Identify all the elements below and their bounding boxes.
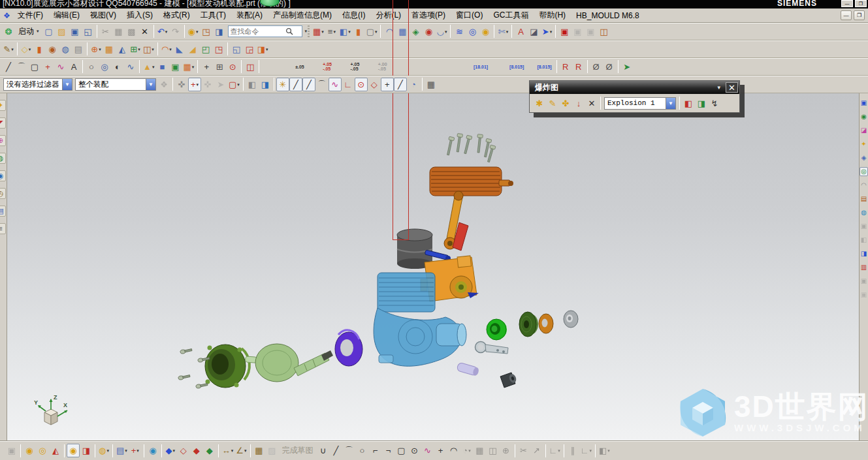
reuse-library-tab-button[interactable]: ◍ [0, 153, 6, 164]
child-minimize-button-button[interactable]: — [841, 10, 852, 20]
dialog-close-button[interactable]: ✕ [726, 82, 738, 93]
sequence-back-button[interactable]: ◆ [190, 444, 203, 457]
perpendicular-constraint-button[interactable]: ∟▾ [579, 444, 593, 457]
right-tool-15-button[interactable]: ▣ [860, 290, 868, 299]
open-file-button[interactable]: ▨ [56, 25, 69, 38]
right-tool-8-button[interactable]: ▤ [860, 194, 868, 204]
target-point-button[interactable]: ⊙ [226, 60, 239, 74]
auto-explode-button[interactable]: ✤ [559, 97, 572, 110]
sequence-step-button[interactable]: ◇ [177, 444, 190, 457]
intersection-point-sketch-button[interactable]: ⊕ [500, 444, 513, 457]
remember-constraints-dropdown-icon[interactable]: ▾ [106, 448, 109, 453]
edit-explosion-button[interactable]: ✎ [546, 97, 559, 110]
dialog-collapse-icon[interactable]: ▾ [715, 84, 722, 91]
snap-enable-all-button[interactable]: ✳ [276, 78, 289, 91]
explosion-select-dropdown-icon[interactable]: ▼ [666, 98, 675, 109]
right-tool-1-button[interactable]: ▣ [860, 99, 868, 108]
sequence-play-button[interactable]: ◆▾ [164, 444, 177, 457]
snap-plus-button[interactable]: + [200, 60, 213, 74]
dim-preset-7[interactable]: (1.00) [414, 0, 431, 240]
show-degrees-of-freedom-button[interactable]: ◉ [67, 444, 80, 457]
fill-region-dropdown-icon[interactable]: ▾ [152, 65, 155, 69]
quick-trim-button[interactable]: ✂ [517, 444, 530, 457]
right-tool-3-button[interactable]: ◪ [860, 126, 868, 135]
highlight-solid-button[interactable]: ◧ [246, 78, 259, 91]
point-tool-button[interactable]: + [41, 60, 54, 74]
edge-blend-dropdown-icon[interactable]: ▾ [169, 47, 172, 52]
parallel-constraint-button[interactable]: ∥ [566, 444, 579, 457]
sketch-ellipse-button[interactable]: ◠ [447, 444, 460, 457]
snap-endpoint-button[interactable]: ╱ [289, 78, 302, 91]
dim-preset-1[interactable]: 1.00 [264, 0, 276, 240]
sew-button[interactable]: ◳ [212, 42, 225, 56]
undo-button[interactable]: ↶▾ [156, 25, 169, 38]
line-tool-button[interactable]: ╱ [2, 60, 15, 74]
show-component-in-view-button[interactable]: ◨ [695, 97, 708, 110]
save-file-button[interactable]: ▣ [69, 25, 82, 38]
constraint-navigator-tab-button[interactable]: ◤ [0, 117, 6, 129]
unexplode-component-button[interactable]: ↓ [572, 97, 585, 110]
finish-sketch-button-button[interactable]: ▨ [266, 444, 279, 457]
right-tool-11-button[interactable]: ◧ [860, 236, 868, 245]
touch-mode-button[interactable]: ◉▾ [187, 25, 200, 38]
sketch-grid-toggle-button[interactable]: ▦ [253, 444, 266, 457]
rect-tool-button[interactable]: ▢ [28, 60, 41, 74]
find-component-button[interactable]: ▣ [5, 444, 18, 457]
selection-scope-combo[interactable]: 整个装配 ▼ [75, 78, 156, 91]
right-tool-2-button[interactable]: ◉ [860, 112, 868, 121]
direct-sketch-button[interactable]: ✎▾ [2, 42, 15, 56]
right-tool-14-button[interactable]: ▣ [860, 277, 868, 286]
dim-preset-10[interactable]: 10H7[8.015] [493, 0, 524, 240]
revolve-button[interactable]: ◉ [46, 42, 59, 56]
touch-mode-dropdown-icon[interactable]: ▾ [196, 29, 199, 34]
cut-button[interactable]: ✂ [99, 25, 112, 38]
sketch-rectangle-button[interactable]: ▢ [395, 444, 408, 457]
dim-preset-4[interactable]: 1.00+.05-.05 [337, 0, 359, 240]
boolean-dropdown-icon[interactable]: ▾ [138, 47, 140, 52]
materials-tab-button[interactable]: ▤ [0, 206, 6, 217]
menu-item-5[interactable]: 工具(T) [195, 8, 231, 22]
right-tool-4-button[interactable]: ✦ [860, 140, 868, 149]
dim-preset-11[interactable]: 10[8.015] [529, 0, 551, 240]
history-tab-button[interactable]: ◷ [0, 188, 6, 199]
record-movie-button[interactable]: ▣ [558, 25, 571, 38]
marquee-select-dropdown-icon[interactable]: ▾ [237, 82, 240, 87]
rib-button[interactable]: ▤ [72, 42, 85, 56]
general-selection-button[interactable]: +▾ [188, 78, 201, 91]
drive-washer[interactable] [539, 314, 553, 333]
shell-dropdown-icon[interactable]: ▾ [152, 47, 154, 52]
delete-face-button[interactable]: ◲ [243, 42, 256, 56]
general-selection-dropdown-icon[interactable]: ▾ [197, 82, 199, 87]
sequence-play-dropdown-icon[interactable]: ▾ [173, 448, 176, 453]
datum-csys-button[interactable]: +▾ [129, 444, 142, 457]
menu-item-1[interactable]: 编辑(E) [48, 8, 85, 22]
web-browser-tab-button[interactable]: ◉ [0, 170, 6, 181]
pattern-curve-dropdown-icon[interactable]: ▾ [192, 65, 195, 69]
offset-curve-button[interactable]: ◎ [98, 60, 111, 74]
chamfer-button[interactable]: ◣ [173, 42, 186, 56]
measure-distance-button[interactable]: ↔▾ [221, 444, 235, 457]
fill-region-button[interactable]: ▲▾ [142, 60, 155, 74]
redo-button[interactable]: ↷ [169, 25, 182, 38]
new-file-button[interactable]: ▢ [42, 25, 56, 38]
offset-curve-sketch-dropdown-icon[interactable]: ▾ [468, 448, 471, 453]
mirror-feature-button[interactable]: ◭ [116, 42, 129, 56]
hole-button[interactable]: ◍ [59, 42, 72, 56]
text-curve-button[interactable]: A [67, 60, 80, 74]
drag-handle-button[interactable]: ➤ [214, 78, 227, 91]
quick-extend-button[interactable]: ↗ [530, 444, 543, 457]
pattern-feature-button[interactable]: ▦ [103, 42, 116, 56]
profile-tool-button[interactable]: ∪ [317, 444, 330, 457]
pause-movie-button[interactable]: ▣ [571, 25, 584, 38]
dimension-style-button[interactable]: ◫ [244, 60, 257, 74]
selection-scope-dropdown-icon[interactable]: ▼ [146, 79, 155, 90]
geometric-constraints-button[interactable]: ∟▾ [548, 444, 562, 457]
measure-angle-dropdown-icon[interactable]: ▾ [244, 448, 247, 453]
right-tool-9-button[interactable]: ◍ [860, 208, 868, 217]
arc-tool-button[interactable]: ⌒ [15, 60, 28, 74]
hide-component-in-view-button[interactable]: ◧ [682, 97, 695, 110]
rotate-handle-button[interactable]: ✜ [201, 78, 214, 91]
right-tool-10-button[interactable]: ▣ [860, 222, 868, 231]
radius-style-2-button[interactable]: R [572, 60, 585, 74]
perpendicular-constraint-dropdown-icon[interactable]: ▾ [589, 448, 592, 453]
